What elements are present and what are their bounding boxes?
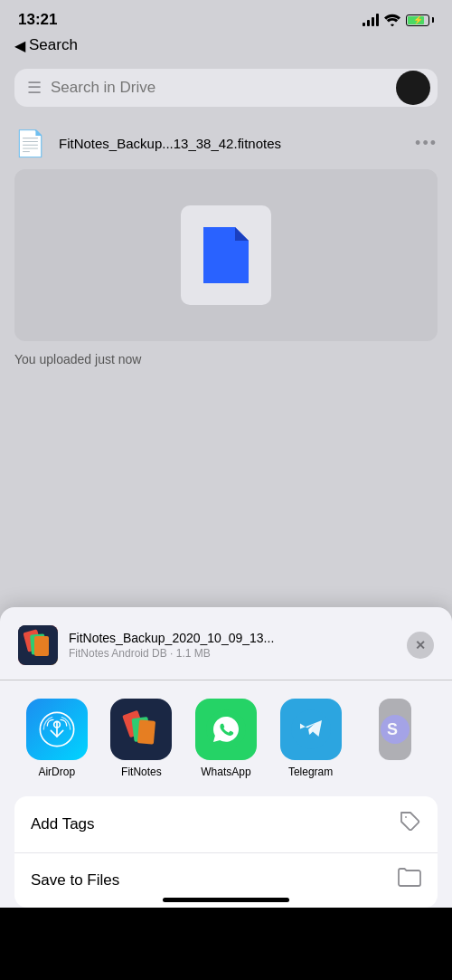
more-options-button[interactable]: •••: [415, 134, 438, 153]
status-bar: 13:21 ⚡: [0, 0, 452, 34]
fitnotes-label: FitNotes: [121, 766, 162, 778]
battery-icon: ⚡: [406, 14, 434, 26]
svg-text:S: S: [387, 720, 398, 738]
search-input[interactable]: [51, 79, 425, 97]
avatar[interactable]: [396, 71, 430, 105]
search-bar-container: ☰: [0, 62, 452, 118]
file-name: FitNotes_Backup...13_38_42.fitnotes: [59, 136, 281, 151]
status-icons: ⚡: [363, 14, 434, 26]
file-preview-card: [181, 205, 271, 305]
add-tags-label: Add Tags: [31, 815, 95, 833]
tag-icon: [400, 811, 421, 838]
app-item-airdrop[interactable]: AirDrop: [14, 699, 99, 778]
whatsapp-label: WhatsApp: [201, 766, 250, 778]
chevron-left-icon: ◀: [14, 37, 25, 54]
file-blue-icon: [203, 227, 249, 283]
back-label: Search: [29, 36, 78, 54]
black-bottom-bar: [0, 908, 452, 980]
file-doc-icon: 📄: [14, 128, 46, 158]
share-file-info: FitNotes_Backup_2020_10_09_13... FitNote…: [0, 625, 452, 680]
signal-bars-icon: [363, 14, 379, 26]
file-preview: [14, 169, 438, 341]
status-time: 13:21: [18, 11, 57, 29]
back-button[interactable]: ◀ Search: [14, 36, 438, 54]
wifi-icon: [384, 14, 400, 26]
action-rows: Add Tags Save to Files: [14, 796, 438, 908]
share-file-left: FitNotes_Backup_2020_10_09_13... FitNote…: [18, 625, 274, 665]
main-content: 📄 FitNotes_Backup...13_38_42.fitnotes ••…: [0, 118, 452, 376]
app-item-telegram[interactable]: Telegram: [268, 699, 353, 778]
search-bar[interactable]: ☰: [14, 69, 438, 107]
file-row[interactable]: 📄 FitNotes_Backup...13_38_42.fitnotes ••…: [14, 118, 438, 169]
whatsapp-icon: [195, 699, 257, 760]
apps-row: AirDrop FitNotes WhatsApp: [0, 680, 452, 787]
app-item-fitnotes[interactable]: FitNotes: [99, 699, 184, 778]
svg-rect-8: [137, 719, 155, 744]
menu-icon: ☰: [27, 78, 42, 98]
add-tags-row[interactable]: Add Tags: [14, 796, 438, 853]
app-item-fifth[interactable]: S: [353, 699, 438, 760]
svg-rect-3: [34, 636, 49, 656]
back-nav[interactable]: ◀ Search: [0, 34, 452, 62]
share-file-details: FitNotes_Backup_2020_10_09_13... FitNote…: [69, 631, 274, 660]
telegram-icon: [280, 699, 342, 760]
share-file-meta: FitNotes Android DB · 1.1 MB: [69, 647, 274, 660]
folder-icon: [398, 868, 421, 893]
file-row-left: 📄 FitNotes_Backup...13_38_42.fitnotes: [14, 128, 281, 158]
share-sheet: FitNotes_Backup_2020_10_09_13... FitNote…: [0, 607, 452, 908]
home-indicator: [163, 898, 289, 902]
airdrop-label: AirDrop: [38, 766, 75, 778]
fitnotes-icon: [110, 699, 172, 760]
app-item-whatsapp[interactable]: WhatsApp: [184, 699, 268, 778]
fifth-app-icon: S: [379, 699, 411, 760]
upload-status: You uploaded just now: [14, 352, 438, 376]
airdrop-icon: [26, 699, 88, 760]
telegram-label: Telegram: [288, 766, 333, 778]
share-file-name: FitNotes_Backup_2020_10_09_13...: [69, 631, 274, 645]
close-button[interactable]: ✕: [407, 632, 434, 659]
save-to-files-label: Save to Files: [31, 871, 119, 890]
share-file-thumbnail: [18, 625, 58, 665]
